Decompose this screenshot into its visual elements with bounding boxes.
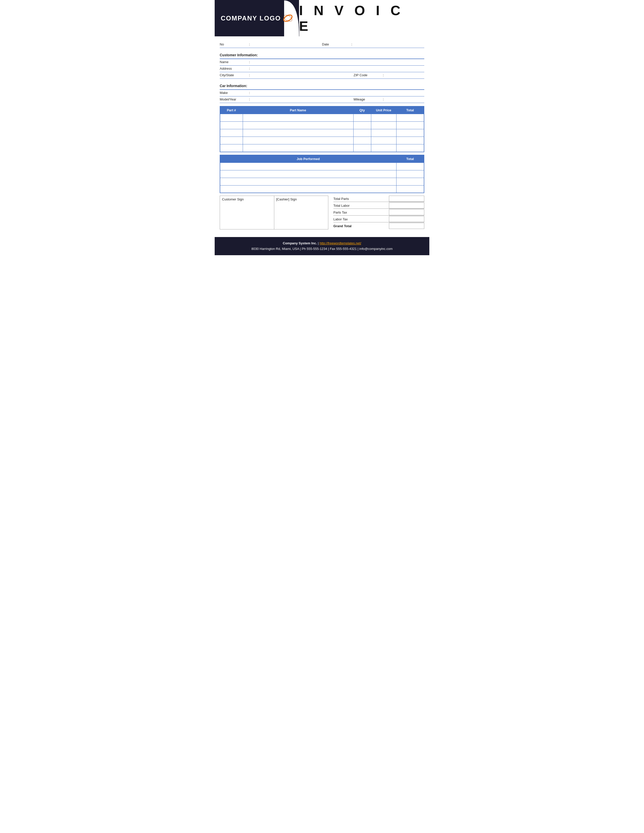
labor-tax-label: Labor Tax [333,216,386,222]
table-row [220,137,424,145]
job-total-cell [396,170,424,178]
job-total-cell [396,162,424,170]
car-model-value [251,98,354,102]
logo-area: COMPANY LOGO [215,0,299,36]
footer-phone: 555-555-1234 [307,247,327,251]
cashier-sign-label: [Cashier] Sign [276,198,297,201]
invoice-title-area: I N V O I C E [299,0,429,36]
labor-tax-value [389,216,424,222]
footer-email: info@companyinc.com [359,247,393,251]
footer-email-sep: | [357,247,359,251]
grand-total-value [389,223,424,229]
unit-price-cell [371,137,396,145]
date-colon: : [351,42,352,46]
customer-name-value [251,60,424,64]
qty-cell [353,137,371,145]
customer-sign-box: Customer Sign [220,196,274,230]
col-total-header: Total [396,106,424,114]
footer-company: Company System Inc. [283,241,317,245]
cashier-sign-box: [Cashier] Sign [274,196,328,230]
customer-address-row: Address : [220,66,424,72]
totals-section: Total Parts Total Labor Parts Tax Labor … [333,196,424,230]
mileage-value [385,98,424,102]
car-make-colon: : [249,91,250,95]
car-make-label: Make [220,91,248,95]
car-model-colon: : [249,97,250,101]
unit-price-cell [371,145,396,152]
part-num-cell [220,129,243,137]
col-job-total-header: Total [396,155,424,163]
total-cell [396,122,424,129]
parts-tax-label: Parts Tax [333,209,386,215]
car-section-title: Car Information: [220,82,424,89]
job-total-cell [396,178,424,185]
part-name-cell [243,114,353,122]
total-labor-value [389,203,424,209]
part-num-cell [220,114,243,122]
total-parts-row: Total Parts [333,196,424,202]
car-model-label: Model/Year [220,97,248,102]
footer-fax-label: Fax [330,247,335,251]
customer-city-label: City/State [220,73,248,77]
footer-line1: Company System Inc. | http://freewordtem… [220,241,424,246]
job-desc-cell [220,162,396,170]
total-parts-value [389,196,424,202]
job-table-header: Job Performed Total [220,155,424,163]
no-colon: : [249,42,250,46]
zip-field: ZIP Code : [354,73,424,77]
col-part-header: Part # [220,106,243,114]
col-job-header: Job Performed [220,155,396,163]
mileage-colon: : [383,97,384,101]
no-field: No : [220,42,322,47]
unit-price-cell [371,114,396,122]
customer-city-colon: : [249,73,250,77]
customer-section-title: Customer Information: [220,51,424,58]
customer-citystate-row: City/State : ZIP Code : [220,72,424,79]
labor-tax-row: Labor Tax [333,216,424,222]
parts-tax-value [389,209,424,215]
logo-arc-icon [283,13,293,23]
car-make-value [251,91,424,95]
part-name-cell [243,129,353,137]
table-row [220,170,424,178]
part-name-cell [243,122,353,129]
mileage-label: Mileage [354,97,382,102]
date-field: Date : [322,42,424,47]
footer-website[interactable]: http://freewordtemplates.net/ [319,241,361,245]
no-label: No [220,42,248,47]
header: COMPANY LOGO I N V O I C E [215,0,429,36]
customer-name-label: Name [220,60,248,64]
table-row [220,114,424,122]
total-cell [396,114,424,122]
mileage-field: Mileage : [354,97,424,102]
part-name-cell [243,137,353,145]
footer-fax-sep: | [328,247,330,251]
customer-name-colon: : [249,60,250,64]
customer-address-colon: : [249,67,250,71]
date-value [354,43,424,47]
parts-tax-row: Parts Tax [333,209,424,215]
grand-total-label: Grand Total [333,223,386,229]
col-price-header: Unit Price [371,106,396,114]
qty-cell [353,114,371,122]
total-cell [396,137,424,145]
table-row [220,122,424,129]
customer-sign-label: Customer Sign [222,198,244,201]
part-name-cell [243,145,353,152]
customer-address-label: Address [220,67,248,71]
total-cell [396,145,424,152]
table-row [220,185,424,193]
car-section: Car Information: Make : Model/Year : Mil… [215,82,429,103]
footer-fax: 555-555-4321 [336,247,357,251]
part-num-cell [220,137,243,145]
job-total-cell [396,185,424,193]
job-desc-cell [220,185,396,193]
total-labor-row: Total Labor [333,203,424,209]
customer-name-row: Name : [220,59,424,66]
job-desc-cell [220,178,396,185]
customer-city-value [251,74,354,77]
footer-address: 8030 Harrington Rd, Miami, USA [251,247,299,251]
no-date-row: No : Date : [220,42,424,48]
footer: Company System Inc. | http://freewordtem… [215,237,429,255]
city-state-field: City/State : [220,73,354,77]
